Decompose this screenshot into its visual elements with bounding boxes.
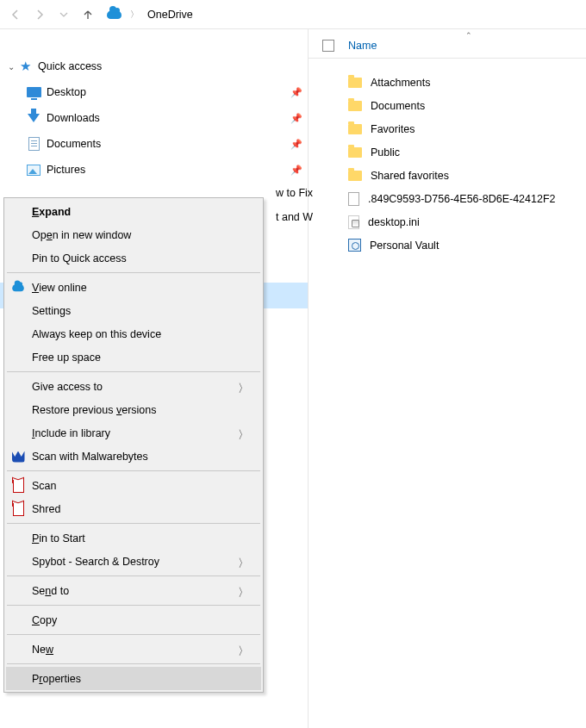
folder-icon	[348, 124, 362, 134]
menu-item-properties[interactable]: Properties	[6, 667, 261, 690]
menu-item-label: Pin to Start	[32, 532, 85, 544]
sidebar-item-quick-access[interactable]: ⌄ ★ Quick access	[0, 53, 308, 79]
menu-separator	[7, 576, 260, 576]
menu-separator	[7, 371, 260, 372]
recent-locations-button[interactable]	[52, 3, 76, 27]
menu-separator	[7, 605, 260, 606]
file-row[interactable]: desktop.ini	[309, 210, 586, 233]
menu-item-spybot[interactable]: Spybot - Search & Destroy 〉	[6, 550, 261, 573]
mcafee-icon	[11, 479, 25, 493]
menu-item-copy[interactable]: Copy	[6, 608, 261, 632]
menu-separator	[7, 272, 260, 273]
sidebar-item-label: Documents	[41, 138, 290, 150]
menu-item-scan-malwarebytes[interactable]: Scan with Malwarebytes	[6, 445, 261, 468]
vault-icon	[348, 239, 361, 252]
pin-icon: 📌	[290, 139, 308, 150]
star-icon: ★	[20, 59, 31, 74]
file-name: desktop.ini	[368, 216, 420, 228]
menu-item-view-online[interactable]: View online	[6, 276, 261, 299]
submenu-arrow-icon: 〉	[238, 644, 249, 659]
menu-item-label: Scan	[32, 480, 57, 492]
file-icon	[348, 192, 359, 206]
partial-text: w to Fix	[276, 187, 313, 199]
menu-item-always-keep[interactable]: Always keep on this device	[6, 322, 261, 345]
file-name: Documents	[371, 100, 425, 112]
file-row[interactable]: Documents	[309, 94, 586, 117]
context-menu: Expand Open in new window Pin to Quick a…	[3, 197, 264, 693]
file-name: Public	[371, 146, 400, 159]
file-row[interactable]: Favorites	[309, 117, 586, 140]
menu-item-label: Scan with Malwarebytes	[32, 451, 148, 463]
pin-icon: 📌	[290, 165, 308, 176]
file-name: Shared favorites	[371, 170, 449, 182]
menu-separator	[7, 470, 260, 471]
column-header[interactable]: Name ⌃	[309, 33, 586, 59]
chevron-right-icon: 〉	[127, 9, 142, 21]
submenu-arrow-icon: 〉	[238, 427, 249, 443]
file-name: Attachments	[371, 77, 430, 89]
file-row[interactable]: Public	[309, 140, 586, 164]
file-row[interactable]: Shared favorites	[309, 164, 586, 187]
folder-icon	[348, 147, 362, 158]
file-name: .849C9593-D756-4E56-8D6E-42412F2	[368, 193, 556, 205]
menu-item-free-up-space[interactable]: Free up space	[6, 345, 261, 369]
menu-separator	[7, 634, 260, 635]
menu-item-settings[interactable]: Settings	[6, 299, 261, 322]
menu-item-give-access[interactable]: Give access to 〉	[6, 375, 261, 398]
menu-item-label: Copy	[32, 614, 57, 626]
submenu-arrow-icon: 〉	[238, 585, 249, 600]
sort-indicator-icon: ⌃	[465, 31, 472, 40]
column-name[interactable]: Name	[348, 40, 377, 52]
folder-icon	[348, 78, 362, 88]
menu-item-scan[interactable]: Scan	[6, 474, 261, 497]
caret-down-icon[interactable]: ⌄	[5, 62, 17, 72]
breadcrumb-location[interactable]: OneDrive	[147, 9, 193, 21]
menu-item-label: Always keep on this device	[32, 328, 161, 340]
menu-item-label: Spybot - Search & Destroy	[32, 556, 159, 568]
monitor-icon	[27, 87, 41, 97]
menu-item-expand[interactable]: Expand	[6, 200, 261, 223]
menu-item-pin-start[interactable]: Pin to Start	[6, 526, 261, 550]
file-name: Personal Vault	[370, 240, 439, 252]
menu-item-label: Send to	[32, 585, 69, 597]
select-all-checkbox[interactable]	[322, 40, 334, 52]
file-name: Favorites	[371, 123, 415, 135]
sidebar-item-documents[interactable]: Documents 📌	[0, 131, 308, 157]
menu-item-label: Shred	[32, 503, 60, 515]
menu-item-restore-versions[interactable]: Restore previous versions	[6, 398, 261, 421]
download-icon	[28, 114, 40, 122]
menu-item-label: Include in library	[32, 427, 110, 439]
breadcrumb[interactable]: 〉 OneDrive	[100, 9, 193, 21]
folder-icon	[348, 101, 362, 111]
file-row[interactable]: Personal Vault	[309, 233, 586, 257]
submenu-arrow-icon: 〉	[238, 381, 249, 396]
menu-item-send-to[interactable]: Send to 〉	[6, 579, 261, 602]
file-row[interactable]: Attachments	[309, 71, 586, 94]
pin-icon: 📌	[290, 113, 308, 124]
menu-item-label: View online	[32, 282, 87, 294]
sidebar-item-label: Quick access	[33, 60, 308, 72]
menu-item-open-new-window[interactable]: Open in new window	[6, 223, 261, 246]
menu-separator	[7, 523, 260, 524]
menu-item-label: Free up space	[32, 352, 101, 364]
sidebar-item-desktop[interactable]: Desktop 📌	[0, 79, 308, 105]
menu-item-new[interactable]: New 〉	[6, 638, 261, 661]
partial-text: t and W	[276, 211, 313, 223]
menu-item-pin-quick-access[interactable]: Pin to Quick access	[6, 246, 261, 270]
cloud-icon	[11, 281, 25, 295]
onedrive-icon	[107, 10, 122, 19]
address-bar: 〉 OneDrive	[0, 0, 586, 29]
menu-item-shred[interactable]: Shred	[6, 497, 261, 520]
up-button[interactable]	[76, 3, 100, 27]
malwarebytes-icon	[11, 450, 25, 464]
document-icon	[28, 137, 40, 151]
folder-icon	[348, 171, 362, 181]
forward-button[interactable]	[28, 3, 52, 27]
back-button[interactable]	[3, 3, 28, 27]
file-row[interactable]: .849C9593-D756-4E56-8D6E-42412F2	[309, 187, 586, 210]
menu-item-include-library[interactable]: Include in library 〉	[6, 421, 261, 445]
sidebar-item-downloads[interactable]: Downloads 📌	[0, 105, 308, 131]
menu-item-label: Properties	[32, 673, 81, 685]
submenu-arrow-icon: 〉	[238, 556, 249, 571]
sidebar-item-pictures[interactable]: Pictures 📌	[0, 157, 308, 183]
